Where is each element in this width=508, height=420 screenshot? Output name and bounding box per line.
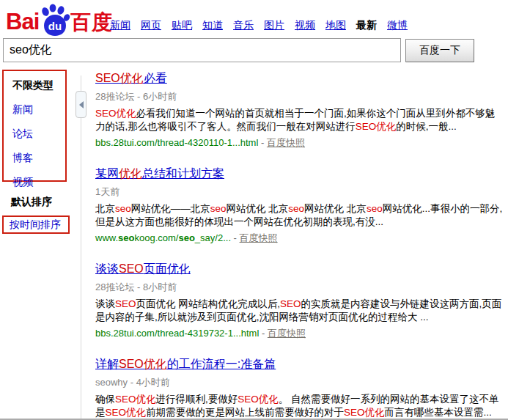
sidebar-divider — [81, 75, 81, 420]
baidu-cache-link[interactable]: 百度快照 — [267, 137, 305, 148]
search-result-3: 谈谈SEO页面优化28推论坛 - 8小时前谈谈SEO页面优化 网站结构优化完成以… — [95, 261, 503, 339]
sidebar-item-4[interactable]: 博客 — [12, 152, 33, 163]
sidebar-item-5[interactable]: 视频 — [12, 176, 33, 188]
result-snippet: 北京seo网站优化——北京seo网站优化 北京seo网站优化 北京seo网站优化… — [95, 202, 503, 229]
result-snippet: SEO优化必看我们知道一个网站的首页就相当于一个门面,如果你这个门面从里到外都不… — [95, 107, 503, 133]
result-snippet: 确保SEO优化进行得顺利,要做好SEO优化。 自然需要做好一系列的网站的基本设置… — [95, 393, 503, 419]
result-title-link[interactable]: 谈谈SEO页面优化 — [95, 262, 191, 275]
nav-link-3[interactable]: 贴吧 — [172, 19, 192, 32]
sidebar-filter-header: 不限类型 — [12, 77, 65, 101]
search-result-1: SEO优化必看28推论坛 - 6小时前SEO优化必看我们知道一个网站的首页就相当… — [95, 70, 503, 149]
search-result-2: 某网优化总结和计划方案1天前北京seo网站优化——北京seo网站优化 北京seo… — [95, 166, 503, 244]
result-meta: 1天前 — [95, 185, 503, 199]
result-title: 谈谈SEO页面优化 — [95, 261, 503, 276]
nav-link-4[interactable]: 知道 — [202, 19, 223, 32]
sidebar-item-3[interactable]: 论坛 — [12, 128, 33, 139]
nav-link-1[interactable]: 新闻 — [110, 19, 130, 32]
sidebar-filter-box: 不限类型新闻论坛博客视频 — [2, 70, 67, 182]
result-title-link[interactable]: 详解SEO优化的工作流程一:准备篇 — [95, 358, 276, 370]
svg-text:du: du — [48, 20, 62, 32]
sidebar-sort-header: 默认排序 — [11, 196, 52, 209]
nav-link-5[interactable]: 音乐 — [233, 19, 254, 32]
result-title: SEO优化必看 — [95, 70, 503, 86]
nav-link-9[interactable]: 最新 — [356, 19, 377, 32]
result-url: www.seokoog.com/seo_say/2... - 百度快照 — [95, 232, 503, 244]
baidu-cache-link[interactable]: 百度快照 — [240, 232, 278, 243]
search-input[interactable] — [3, 38, 401, 62]
nav-link-7[interactable]: 视频 — [295, 19, 315, 32]
chevron-left-icon — [79, 101, 84, 108]
sidebar-sort-box: 按时间排序 — [2, 215, 70, 234]
search-results: SEO优化必看28推论坛 - 6小时前SEO优化必看我们知道一个网站的首页就相当… — [95, 70, 503, 420]
result-snippet: 谈谈SEO页面优化 网站结构优化完成以后,SEO的实质就是内容建设与外链建设这两… — [95, 298, 503, 324]
nav-link-2[interactable]: 网页 — [141, 19, 161, 32]
baidu-logo[interactable]: Bai du 百度 — [6, 2, 113, 37]
result-meta: 28推论坛 - 8小时前 — [95, 281, 503, 294]
result-title-link[interactable]: SEO优化必看 — [95, 72, 167, 84]
result-title: 某网优化总结和计划方案 — [95, 166, 503, 181]
top-nav: 新闻网页贴吧知道音乐图片视频地图最新微博 — [110, 19, 408, 32]
logo-text-cn: 百度 — [70, 8, 113, 37]
result-meta: 28推论坛 - 6小时前 — [95, 90, 503, 103]
nav-link-10[interactable]: 微博 — [387, 19, 408, 32]
result-url: bbs.28tui.com/thread-4319732-1...html - … — [95, 327, 503, 339]
nav-link-6[interactable]: 图片 — [264, 19, 284, 32]
result-url: bbs.28tui.com/thread-4320110-1...html - … — [95, 136, 503, 149]
sidebar-collapse-button[interactable] — [76, 91, 86, 118]
sidebar-item-2[interactable]: 新闻 — [12, 103, 33, 115]
baidu-cache-link[interactable]: 百度快照 — [268, 328, 306, 339]
search-button[interactable]: 百度一下 — [405, 39, 474, 62]
search-result-4: 详解SEO优化的工作流程一:准备篇seowhy - 4小时前确保SEO优化进行得… — [95, 356, 503, 420]
sidebar-item-sort-by-time[interactable]: 按时间排序 — [10, 218, 61, 232]
result-meta: seowhy - 4小时前 — [95, 376, 503, 389]
baidu-paw-icon: du — [38, 3, 72, 37]
result-title: 详解SEO优化的工作流程一:准备篇 — [95, 356, 503, 372]
nav-link-8[interactable]: 地图 — [325, 19, 346, 32]
result-title-link[interactable]: 某网优化总结和计划方案 — [95, 167, 224, 180]
logo-text-bai: Bai — [6, 7, 39, 37]
